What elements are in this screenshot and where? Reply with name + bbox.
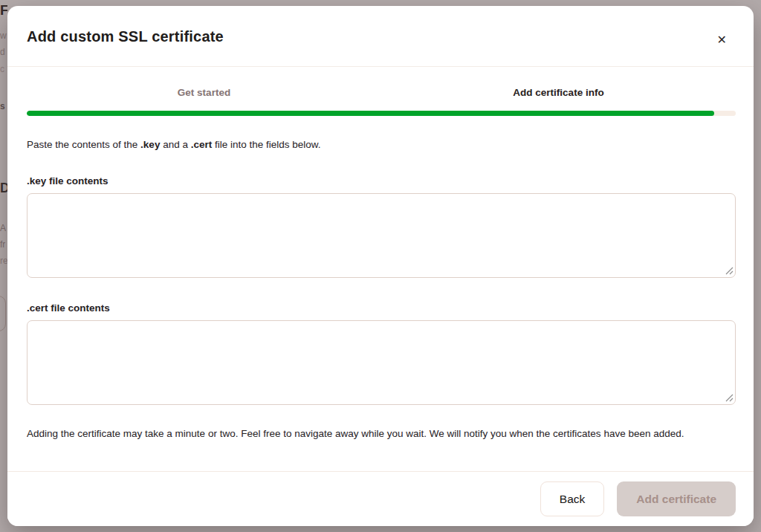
- key-file-textarea[interactable]: [27, 193, 736, 278]
- close-icon[interactable]: ✕: [716, 33, 728, 48]
- cert-file-label: .cert file contents: [27, 302, 736, 314]
- dialog-body: Paste the contents of the .key and a .ce…: [7, 138, 754, 442]
- add-certificate-button[interactable]: Add certificate: [617, 481, 736, 516]
- stepper: Get started Add certificate info: [7, 67, 754, 116]
- dialog-header: Add custom SSL certificate ✕: [7, 6, 754, 66]
- background-text-fragment: F: [0, 3, 7, 17]
- background-text-fragment: s: [0, 102, 5, 111]
- dialog-title: Add custom SSL certificate: [27, 28, 734, 45]
- background-shape-fragment: [0, 296, 6, 331]
- background-text-fragment: d: [0, 48, 5, 56]
- background-text-fragment: A: [0, 224, 6, 233]
- step-labels: Get started Add certificate info: [27, 86, 736, 99]
- background-text-fragment: w: [0, 31, 7, 40]
- key-file-field-wrap: [27, 193, 736, 278]
- note-text: Adding the certificate may take a minute…: [27, 426, 736, 442]
- background-text-fragment: D: [0, 181, 7, 195]
- step-get-started: Get started: [27, 86, 381, 99]
- intro-text: Paste the contents of the .key and a .ce…: [27, 138, 736, 151]
- progress-bar-track: [27, 111, 736, 116]
- progress-fill: [27, 111, 714, 116]
- key-file-label: .key file contents: [27, 175, 736, 187]
- add-ssl-certificate-dialog: Add custom SSL certificate ✕ Get started…: [7, 6, 754, 526]
- background-text-fragment: fr: [0, 240, 5, 249]
- back-button[interactable]: Back: [540, 481, 604, 516]
- cert-file-textarea[interactable]: [27, 320, 736, 405]
- cert-file-field-wrap: [27, 320, 736, 405]
- background-text-fragment: c: [0, 65, 4, 74]
- step-add-certificate-info: Add certificate info: [381, 86, 736, 99]
- background-text-fragment: re: [0, 256, 7, 265]
- dialog-footer: Back Add certificate: [7, 471, 754, 526]
